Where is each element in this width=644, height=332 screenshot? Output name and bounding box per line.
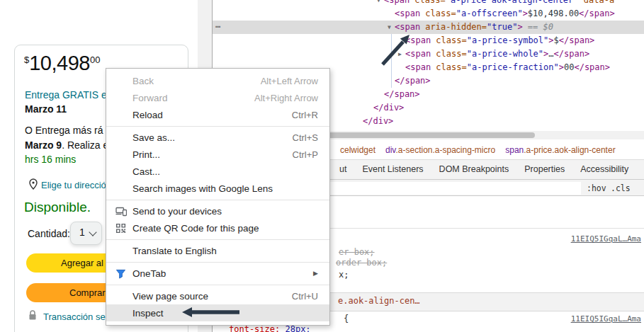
tab-dom-breakpoints[interactable]: DOM Breakpoints: [431, 160, 517, 179]
crumb-classes: celwidget: [340, 145, 375, 155]
menu-item-label: Cast...: [132, 166, 318, 177]
code-token: >: [559, 62, 564, 72]
toggle-classes[interactable]: .cls: [611, 183, 631, 193]
menu-item-label: Print...: [132, 149, 293, 160]
menu-item-label: Forward: [132, 93, 254, 103]
stylesheet-source-link[interactable]: 11EIQ5IGqaL…Ama: [571, 234, 641, 244]
menu-item-icon-slot: [115, 245, 132, 256]
code-token: <span: [395, 8, 420, 18]
breadcrumb-item[interactable]: span.a-price.aok-align-center: [505, 145, 615, 155]
tab-ut[interactable]: ut: [332, 160, 354, 179]
code-token: >: [523, 8, 528, 18]
menu-item-reload[interactable]: ReloadCtrl+R: [106, 106, 329, 123]
menu-separator: [106, 285, 329, 285]
code-token: data-a: [579, 0, 615, 5]
menu-item-label: View page source: [132, 291, 292, 302]
crumb-tag: div: [385, 145, 395, 155]
code-token: >: [548, 35, 553, 45]
menu-item-view-page-source[interactable]: View page sourceCtrl+U: [106, 287, 329, 304]
menu-item-icon-slot: [115, 307, 132, 319]
code-line[interactable]: <span class="a-price-symbol">$</span>: [213, 34, 644, 47]
menu-separator: [106, 200, 329, 200]
menu-item-forward[interactable]: ForwardAlt+Right Arrow: [106, 89, 329, 106]
menu-item-label: Send to your devices: [132, 206, 318, 217]
menu-item-send-to-your-devices[interactable]: Send to your devices: [106, 202, 329, 219]
expand-arrow-icon[interactable]: ▼: [377, 0, 384, 7]
devices-icon: [115, 205, 132, 217]
code-token: $: [554, 35, 559, 45]
code-line[interactable]: <span class="a-offscreen">$10,498.00</sp…: [213, 7, 644, 21]
code-token: "a-price-fraction": [467, 62, 559, 72]
lock-icon: [28, 309, 38, 324]
free-delivery-link[interactable]: Entrega GRATIS e: [25, 89, 107, 101]
code-token: …: [548, 49, 553, 59]
code-token: class=: [431, 35, 467, 45]
menu-item-search-images-with-google-lens[interactable]: Search images with Google Lens: [106, 180, 329, 197]
countdown-text: hrs 16 mins: [25, 154, 76, 165]
menu-item-shortcut: Ctrl+R: [292, 110, 318, 120]
breadcrumb-item[interactable]: celwidget: [340, 145, 375, 155]
menu-item-create-qr-code-for-this-page[interactable]: Create QR Code for this page: [106, 219, 329, 236]
quantity-label: Cantidad:: [28, 228, 70, 239]
expand-arrow-icon[interactable]: ▼: [388, 21, 395, 34]
code-token: "a-price-symbol": [467, 35, 549, 45]
code-line[interactable]: ▼<span class="a-price aok-align-center" …: [213, 0, 644, 7]
code-token: </span>: [554, 49, 590, 59]
code-token: "a-price aok-align-center": [446, 0, 579, 5]
code-token: </span>: [384, 89, 420, 99]
tab-properties[interactable]: Properties: [516, 160, 572, 179]
tab-event-listeners[interactable]: Event Listeners: [354, 160, 431, 179]
menu-item-save-as[interactable]: Save as...Ctrl+S: [106, 129, 329, 146]
code-token: <span: [384, 0, 409, 5]
section-header-selector[interactable]: e.aok-align-cen…: [338, 296, 420, 306]
code-token: <span: [395, 22, 420, 32]
code-token: <span: [405, 62, 431, 72]
menu-item-label: Create QR Code for this page: [132, 223, 318, 234]
menu-item-icon-slot: [115, 149, 132, 160]
scrollbar-thumb[interactable]: [319, 132, 535, 138]
submenu-arrow-icon: ▶: [313, 270, 318, 277]
secure-transaction-link[interactable]: Transacción se: [43, 311, 106, 322]
menu-item-back[interactable]: BackAlt+Left Arrow: [106, 72, 329, 89]
code-token: 00: [564, 62, 574, 72]
faster-delivery-date: Marzo 9: [25, 139, 62, 151]
more-actions-indicator[interactable]: …: [215, 18, 221, 32]
choose-address-link[interactable]: Elige tu dirección: [41, 180, 111, 190]
breadcrumb-item[interactable]: div.a-section.a-spacing-micro: [385, 145, 495, 155]
menu-item-icon-slot: [115, 75, 132, 86]
menu-item-shortcut: Ctrl+U: [292, 291, 318, 302]
menu-item-onetab[interactable]: OneTab▶: [106, 265, 329, 282]
menu-item-inspect[interactable]: Inspect: [106, 304, 329, 321]
menu-item-label: Back: [132, 76, 261, 86]
quantity-selector[interactable]: 1: [70, 222, 102, 245]
chevron-down-icon: [89, 228, 96, 236]
toggle-hover-state[interactable]: :hov: [587, 183, 606, 193]
menu-item-label: Search images with Google Lens: [132, 183, 318, 194]
stylesheet-source-link[interactable]: 11EIQ5IGqaL…Ama: [571, 314, 641, 324]
overridden-css-property[interactable]: er-box;: [339, 247, 375, 257]
expand-arrow-icon[interactable]: ▶: [398, 47, 405, 61]
menu-item-icon-slot: [115, 183, 132, 194]
code-token: == $0: [523, 22, 553, 32]
menu-item-print[interactable]: Print...Ctrl+P: [106, 146, 329, 163]
location-pin-icon: [28, 178, 38, 193]
menu-item-icon-slot: [115, 290, 132, 302]
code-token: class=: [431, 49, 467, 59]
faster-delivery-text: O Entrega más rá: [25, 125, 103, 136]
overridden-css-property[interactable]: order-box;: [336, 258, 387, 268]
rule-open-brace: {: [344, 314, 349, 324]
crumb-tag: span: [505, 145, 524, 155]
menu-item-cast[interactable]: Cast...: [106, 163, 329, 180]
menu-item-shortcut: Ctrl+P: [293, 149, 318, 160]
menu-separator: [106, 262, 329, 263]
code-token: </span>: [574, 62, 610, 72]
code-line[interactable]: ▶<span class="a-price-whole">…</span>: [213, 47, 644, 61]
price-symbol: $: [24, 55, 29, 65]
clipped-css-property[interactable]: x;: [339, 270, 349, 280]
menu-separator: [106, 239, 329, 240]
price-fraction: 00: [90, 55, 100, 65]
menu-item-translate-to-english[interactable]: Translate to English: [106, 242, 329, 259]
code-line[interactable]: …▼<span aria-hidden="true"> == $0: [213, 21, 644, 34]
tab-accessibility[interactable]: Accessibility: [572, 160, 636, 179]
faster-delivery-rest: . Realiza e: [62, 139, 108, 151]
